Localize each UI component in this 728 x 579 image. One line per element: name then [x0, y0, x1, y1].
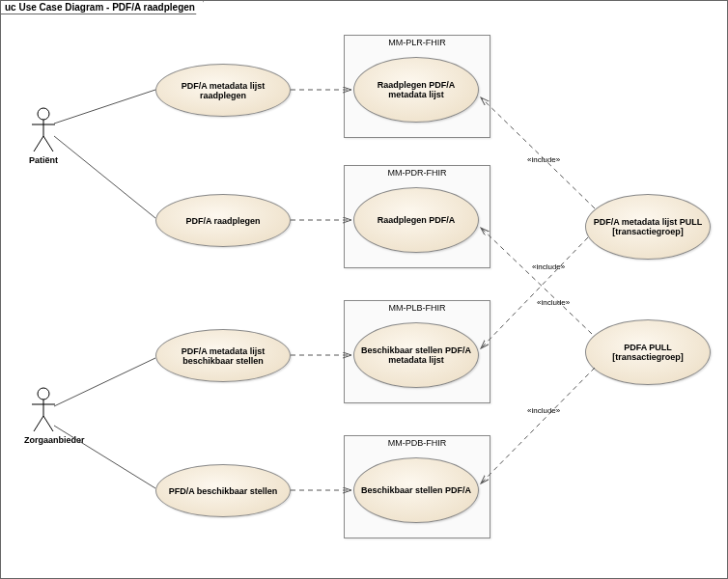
svg-line-3: [34, 136, 43, 152]
svg-line-19: [481, 237, 588, 348]
usecase-sys2: Raadplegen PDF/A: [353, 187, 479, 253]
usecase-uc4: PFD/A beschikbaar stellen: [155, 464, 291, 517]
usecase-sys1: Raadplegen PDF/A metadata lijst: [353, 57, 479, 123]
stickfigure-icon: [29, 107, 58, 153]
stereotype-include: «include»: [527, 406, 560, 415]
svg-line-8: [34, 416, 43, 431]
svg-line-4: [43, 136, 53, 152]
system-header: MM-PDR-FHIR: [345, 166, 490, 180]
stickfigure-icon: [29, 387, 58, 433]
stereotype-include: «include»: [527, 155, 560, 164]
svg-line-9: [43, 416, 53, 431]
usecase-uc2: PDF/A raadplegen: [155, 194, 291, 247]
frame-title: uc Use Case Diagram - PDF/A raadplegen: [1, 1, 204, 14]
system-header: MM-PLB-FHIR: [345, 301, 490, 316]
svg-point-5: [38, 388, 49, 400]
usecase-sys3: Beschikbaar stellen PDF/A metadata lijst: [353, 322, 479, 388]
system-header: MM-PDB-FHIR: [345, 436, 490, 451]
svg-line-18: [481, 97, 595, 208]
actor-label: Patiënt: [24, 155, 63, 165]
usecase-uc1: PDF/A metadata lijst raadplegen: [155, 64, 291, 117]
usecase-sys4: Beschikbaar stellen PDF/A: [353, 457, 479, 523]
svg-line-10: [54, 90, 155, 124]
stereotype-include: «include»: [537, 298, 570, 307]
svg-line-11: [54, 136, 155, 218]
actor-zorgaanbieder: Zorgaanbieder: [24, 387, 63, 445]
svg-line-21: [481, 368, 595, 483]
usecase-uc3: PDF/A metadata lijst beschikbaar stellen: [155, 329, 291, 382]
diagram-canvas: uc Use Case Diagram - PDF/A raadplegen P…: [0, 0, 728, 579]
svg-line-20: [481, 228, 592, 334]
usecase-grp2: PDFA PULL [transactiegroep]: [585, 319, 711, 385]
svg-point-0: [38, 108, 49, 120]
system-header: MM-PLR-FHIR: [345, 36, 490, 50]
actor-patient: Patiënt: [24, 107, 63, 165]
svg-line-12: [54, 358, 155, 406]
usecase-grp1: PDF/A metadata lijst PULL [transactiegro…: [585, 194, 711, 260]
stereotype-include: «include»: [532, 262, 565, 271]
actor-label: Zorgaanbieder: [24, 435, 63, 445]
